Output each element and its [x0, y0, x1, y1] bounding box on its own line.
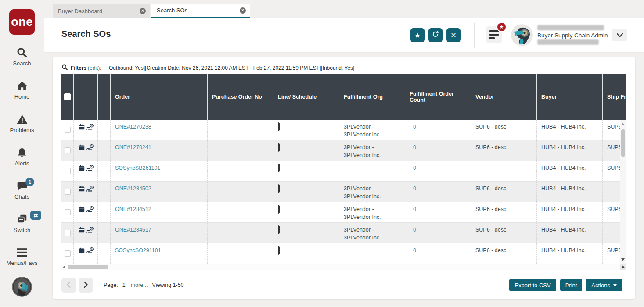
column-header-fulfillment-org[interactable]: Fulfillment Org: [339, 74, 405, 120]
order-details-icon[interactable]: [78, 144, 85, 153]
quick-menu-button[interactable]: ★: [486, 26, 502, 43]
expand-row-icon[interactable]: [278, 163, 280, 173]
next-page-button[interactable]: [79, 278, 93, 293]
row-checkbox[interactable]: [65, 189, 71, 195]
sidebar-item-search[interactable]: Search: [0, 40, 44, 73]
order-link[interactable]: ONE#1270238: [115, 124, 151, 130]
tab-close-icon[interactable]: ×: [140, 8, 146, 14]
expand-row-icon[interactable]: [278, 184, 280, 193]
filters-edit-link[interactable]: (edit): [88, 65, 100, 71]
row-spacer-cell: [98, 202, 111, 222]
tab-close-icon[interactable]: ×: [240, 7, 246, 14]
fulfillment-order-count-link[interactable]: 0: [413, 186, 416, 192]
print-button[interactable]: Print: [560, 279, 583, 291]
actions-button[interactable]: Actions: [586, 279, 622, 291]
scroll-down-icon[interactable]: [621, 258, 625, 261]
expand-row-icon[interactable]: [278, 204, 280, 214]
tab-buyer-dashboard[interactable]: Buyer Dashboard ×: [53, 4, 150, 18]
order-cell: ONE#1284517: [111, 223, 208, 243]
sidebar-bottom-avatar[interactable]: [0, 277, 44, 297]
order-details-icon[interactable]: [78, 123, 85, 132]
order-link[interactable]: ONE#1284512: [115, 206, 151, 212]
order-history-icon[interactable]: [86, 226, 94, 236]
fulfillment-order-count-link[interactable]: 0: [413, 144, 416, 150]
prev-page-button[interactable]: [61, 278, 76, 293]
export-to-csv-button[interactable]: Export to CSV: [509, 279, 556, 291]
fulfillment-org-cell: 3PLVendor - 3PLVendor Inc.: [339, 120, 405, 140]
column-header-vendor[interactable]: Vendor: [471, 74, 537, 120]
search-icon: [61, 64, 68, 72]
column-header-line-schedule[interactable]: Line/ Schedule: [273, 74, 339, 120]
column-header-purchase-order-no[interactable]: Purchase Order No: [208, 74, 273, 120]
order-link[interactable]: SOSyncSO291101: [115, 247, 161, 253]
column-header-ship-from[interactable]: Ship From: [603, 74, 626, 120]
one-logo[interactable]: one: [9, 9, 35, 35]
order-history-icon[interactable]: [86, 206, 94, 216]
column-header-buyer[interactable]: Buyer: [537, 74, 603, 120]
horizontal-scrollbar[interactable]: [61, 264, 626, 270]
expand-row-icon[interactable]: [278, 143, 280, 152]
table-row[interactable]: ONE#1284512 3PLVendor - 3PLVendor Inc. 0…: [61, 202, 626, 223]
table-row[interactable]: ONE#1284502 3PLVendor - 3PLVendor Inc. 0…: [61, 182, 626, 202]
vertical-scrollbar-thumb[interactable]: [621, 129, 625, 157]
order-details-icon[interactable]: [78, 164, 85, 174]
fulfillment-order-count-link[interactable]: 0: [413, 227, 416, 233]
order-details-icon[interactable]: [78, 226, 85, 236]
fulfillment-order-count-link[interactable]: 0: [413, 206, 416, 212]
row-checkbox[interactable]: [65, 147, 71, 154]
sidebar-item-problems[interactable]: Problems: [0, 107, 44, 140]
sidebar-item-label: Menus/Favs: [7, 260, 38, 266]
fulfillment-order-count-link[interactable]: 0: [413, 124, 416, 130]
fulfillment-order-count-link[interactable]: 0: [413, 247, 416, 253]
select-all-checkbox[interactable]: [64, 93, 71, 100]
more-pages-link[interactable]: more...: [131, 282, 148, 288]
table-row[interactable]: SOSyncSB261101 0 HUB4 - HUB4 Inc. SUP6: [61, 161, 626, 182]
sidebar-item-switch[interactable]: Switch ⇄: [0, 207, 44, 240]
order-details-icon[interactable]: [78, 247, 85, 256]
order-link[interactable]: ONE#1284502: [115, 186, 151, 192]
vertical-scrollbar[interactable]: [620, 120, 626, 264]
user-avatar[interactable]: [511, 24, 533, 46]
pagination: Page: 1 more... Viewing 1-50: [61, 278, 184, 293]
sidebar-item-menus-favs[interactable]: Menus/Favs: [0, 240, 44, 273]
row-checkbox[interactable]: [65, 168, 71, 174]
table-row[interactable]: SOSyncSO291101 0 SUP6 - desc HUB4 - HUB4…: [61, 243, 626, 264]
order-link[interactable]: SOSyncSB261101: [115, 165, 160, 171]
order-history-icon[interactable]: [86, 164, 94, 175]
fulfillment-order-count-link[interactable]: 0: [413, 165, 416, 171]
order-history-icon[interactable]: [86, 144, 94, 154]
table-row[interactable]: ONE#1270241 3PLVendor - 3PLVendor Inc. 0…: [61, 140, 626, 161]
row-checkbox[interactable]: [65, 230, 71, 236]
scroll-right-button[interactable]: [620, 264, 626, 270]
close-screen-button[interactable]: ✕: [446, 28, 461, 42]
order-details-icon[interactable]: [78, 206, 85, 215]
expand-row-icon[interactable]: [278, 225, 280, 235]
expand-row-icon[interactable]: [278, 122, 280, 132]
order-details-icon[interactable]: [78, 185, 85, 194]
order-link[interactable]: ONE#1270241: [115, 144, 151, 150]
scroll-up-icon[interactable]: [621, 123, 625, 125]
row-checkbox[interactable]: [65, 127, 71, 133]
order-history-icon[interactable]: [86, 123, 94, 133]
order-link[interactable]: ONE#1284517: [115, 227, 151, 233]
user-info[interactable]: Buyer Supply Chain Admin: [537, 24, 614, 46]
sidebar-item-chats[interactable]: Chats 1: [0, 173, 44, 207]
row-checkbox[interactable]: [65, 209, 71, 215]
order-history-icon[interactable]: [86, 247, 94, 257]
table-row[interactable]: ONE#1270238 3PLVendor - 3PLVendor Inc. 0…: [61, 120, 626, 140]
column-header-order[interactable]: Order: [111, 74, 208, 120]
column-header-fulfillment-order-count[interactable]: Fulfillment Order Count: [405, 74, 471, 120]
horizontal-scrollbar-thumb[interactable]: [68, 265, 108, 269]
sidebar-item-label: Alerts: [14, 160, 29, 167]
tab-search-sos[interactable]: Search SOs ×: [151, 4, 250, 18]
favorite-star-button[interactable]: ★: [410, 28, 425, 42]
sidebar-item-home[interactable]: Home: [0, 73, 44, 107]
user-menu-caret-button[interactable]: [612, 29, 627, 41]
table-row[interactable]: ONE#1284517 3PLVendor - 3PLVendor Inc. 0…: [61, 223, 626, 243]
order-history-icon[interactable]: [86, 185, 94, 195]
expand-row-icon[interactable]: [278, 246, 280, 255]
scroll-left-icon[interactable]: [63, 265, 65, 269]
sidebar-item-alerts[interactable]: Alerts: [0, 140, 44, 173]
refresh-button[interactable]: [428, 28, 443, 42]
row-checkbox[interactable]: [65, 250, 71, 257]
